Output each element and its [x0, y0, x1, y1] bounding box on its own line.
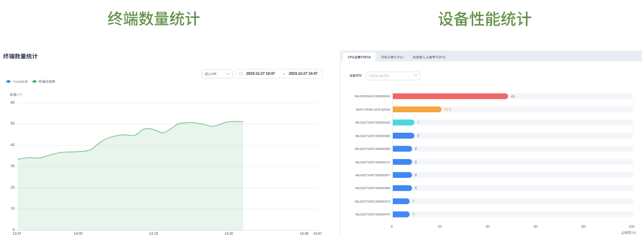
svg-text:WL022710K725000470: WL022710K725000470: [355, 212, 391, 216]
svg-text:8: 8: [415, 173, 417, 177]
svg-text:60: 60: [11, 100, 15, 104]
svg-text:40: 40: [11, 143, 15, 147]
svg-text:8: 8: [415, 186, 417, 190]
svg-text:WL022710KC18000280: WL022710KC18000280: [355, 147, 391, 150]
svg-text:20.3: 20.3: [444, 107, 451, 111]
svg-text:8: 8: [415, 160, 417, 164]
svg-text:0: 0: [391, 225, 393, 228]
svg-text:WL022710K725000272: WL022710K725000272: [355, 160, 391, 164]
svg-text:13:47: 13:47: [12, 232, 21, 235]
svg-text:WL022710K725000102: WL022710K725000102: [355, 120, 391, 124]
svg-text:20: 20: [438, 225, 442, 228]
svg-text:40: 40: [486, 225, 490, 228]
svg-text:100: 100: [628, 225, 634, 228]
svg-text:WL022710KC18000372: WL022710KC18000372: [355, 199, 391, 203]
svg-text:20: 20: [11, 185, 15, 189]
svg-text:14:15: 14:15: [149, 232, 158, 235]
svg-text:WL022710K725000307: WL022710K725000307: [355, 173, 391, 177]
svg-text:80: 80: [582, 225, 586, 228]
svg-text:30: 30: [11, 164, 15, 168]
svg-text:10: 10: [11, 206, 15, 210]
svg-text:2023-12-27 14:47: 2023-12-27 14:47: [289, 71, 318, 76]
svg-text:WL022710K725000369: WL022710K725000369: [355, 186, 391, 190]
svg-text:50: 50: [11, 121, 15, 125]
svg-text:14:45: 14:45: [299, 232, 309, 235]
svg-text:14:47: 14:47: [313, 232, 322, 235]
svg-text:48: 48: [511, 95, 515, 98]
svg-text:9: 9: [417, 134, 419, 138]
svg-text:6047-FF96-1070-EF0A: 6047-FF96-1070-EF0A: [356, 107, 391, 111]
svg-text:7: 7: [412, 212, 414, 216]
svg-text:14:00: 14:00: [74, 232, 83, 235]
svg-text:60: 60: [533, 225, 538, 228]
svg-text:14:30: 14:30: [224, 232, 233, 235]
svg-text:8: 8: [415, 147, 417, 150]
svg-text:7: 7: [412, 199, 414, 203]
svg-text:WL022710K725000409: WL022710K725000409: [355, 134, 391, 138]
svg-text:2023-12-27 13:47: 2023-12-27 13:47: [246, 71, 275, 76]
svg-text:9: 9: [417, 120, 419, 124]
svg-text:WL023610KC06000043: WL023610KC06000043: [355, 94, 391, 98]
